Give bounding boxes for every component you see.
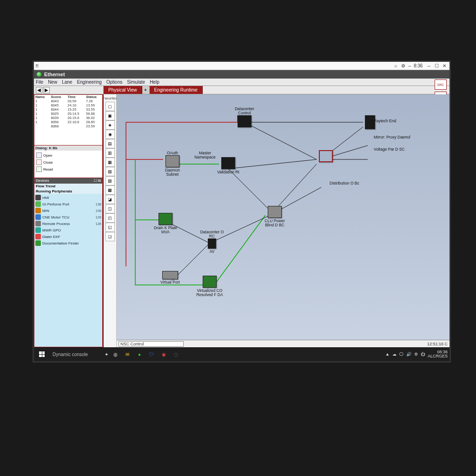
table-cell: 36.02 <box>85 116 102 120</box>
device-icon <box>221 157 235 169</box>
node-clu[interactable]: CLU Power Blind D BC <box>261 206 289 227</box>
palette-item[interactable]: ▧ <box>106 167 115 176</box>
palette-item[interactable]: ▥ <box>106 148 115 158</box>
device-label: HMI <box>42 196 100 200</box>
taskbar-app-icon[interactable]: ✉ <box>123 350 132 358</box>
node-paytech-end[interactable]: Paytech End <box>356 115 384 129</box>
taskbar-app-icon[interactable]: ● <box>135 350 144 358</box>
window-close-button[interactable]: ✕ <box>441 63 448 68</box>
prop-item[interactable]: Open <box>43 153 53 158</box>
start-button[interactable] <box>36 349 48 360</box>
table-header[interactable]: Scene <box>50 95 67 99</box>
table-row[interactable]: 1803920.15.636.02 <box>34 116 102 120</box>
tray-cloud-icon[interactable]: ☁ <box>392 352 397 357</box>
palette-item[interactable]: ▩ <box>106 185 115 195</box>
palette-item[interactable]: ▤ <box>106 139 115 148</box>
palette-item[interactable]: ◱ <box>106 223 115 232</box>
table-row[interactable]: 1802520.14.556.88 <box>34 112 102 116</box>
taskbar-date: ALCRGES <box>428 354 448 358</box>
taskbar-app-icon[interactable]: ◎ <box>111 350 119 358</box>
tray-settings-icon[interactable]: ⚙ <box>414 352 418 357</box>
canvas-wrap: Datacenter Control Paytech End Mirror: P… <box>117 94 450 347</box>
palette-item[interactable]: ▣ <box>106 111 115 120</box>
status-input[interactable]: NSC Control <box>119 341 184 347</box>
devices-panel-controls[interactable]: ☐ ⧉ <box>94 178 101 183</box>
menu-simulate[interactable]: Simulate <box>127 79 145 85</box>
device-list-item[interactable]: Remote Process126 <box>35 221 101 226</box>
tray-display-icon[interactable]: 🖵 <box>399 352 403 357</box>
node-virtual-port[interactable]: Virtual Port <box>156 271 184 284</box>
device-label: MIN <box>42 209 94 213</box>
menu-help[interactable]: Help <box>150 79 159 85</box>
float-src-button[interactable]: SRC <box>435 79 447 90</box>
palette-item[interactable]: ◫ <box>106 204 115 213</box>
nav-back-button[interactable]: ◀ <box>36 87 42 93</box>
topology-canvas[interactable]: Datacenter Control Paytech End Mirror: P… <box>117 94 450 340</box>
device-list-item[interactable]: MWR GPO <box>35 227 101 233</box>
table-row[interactable]: 1805622.16.628.85 <box>34 120 102 124</box>
table-row[interactable]: 1804415.2533.55 <box>34 107 102 112</box>
menu-file[interactable]: File <box>36 79 43 85</box>
taskbar-app-icon[interactable]: 🛡 <box>147 350 156 358</box>
node-label: AV <box>210 250 215 254</box>
node-validation-rt[interactable]: Validation Rt <box>214 157 242 174</box>
tray-volume-icon[interactable]: 🔊 <box>406 352 411 357</box>
palette-header: Favorites <box>103 96 117 100</box>
table-row[interactable]: 1804320.597.26 <box>34 99 102 103</box>
palette-item[interactable]: ◰ <box>106 213 115 223</box>
palette-item[interactable]: ▨ <box>106 176 115 185</box>
node-redbox[interactable] <box>312 150 340 162</box>
node-datacenter-orc[interactable]: Datacenter O RC AV <box>198 229 226 254</box>
settings-gear-icon[interactable]: ⚙ <box>401 63 405 68</box>
windows-taskbar: Dynamic console ✦ ◎✉●🛡◉◌ ▲ ☁ 🖵 🔊 ⚙ ⏻ 08:… <box>34 347 450 361</box>
taskbar-app-icon[interactable]: ◉ <box>159 350 168 358</box>
taskbar-app-icon[interactable]: ◌ <box>172 350 180 358</box>
palette-item[interactable]: ◈ <box>106 120 115 130</box>
tab-add-button[interactable]: + <box>142 86 150 94</box>
devices-section[interactable]: Running Peripherals <box>34 189 102 194</box>
palette-item[interactable]: ▢ <box>106 102 115 111</box>
nav-forward-button[interactable]: ▶ <box>43 87 50 93</box>
device-list-item[interactable]: CNE Motor TCU129 <box>35 214 101 220</box>
palette-item[interactable]: ◲ <box>106 232 115 241</box>
tab-engineering-runtime[interactable]: Engineering Runtime <box>150 86 203 94</box>
prop-item[interactable]: Reset <box>43 167 53 172</box>
tray-up-icon[interactable]: ▲ <box>385 352 390 357</box>
palette-item[interactable]: ▦ <box>106 158 115 167</box>
menu-options[interactable]: Options <box>106 79 122 85</box>
devices-section[interactable]: Flow Trend <box>34 184 102 189</box>
node-drain-k[interactable]: Drain K Plate MVA <box>152 213 179 234</box>
menu-engineering[interactable]: Engineering <box>77 79 101 85</box>
menu-lane[interactable]: Lane <box>62 79 72 85</box>
table-row[interactable]: 1804524.1013.59 <box>34 103 102 107</box>
node-virtualized-co[interactable]: Virtualized CO Resolved F DA <box>196 276 224 297</box>
window-minimize-button[interactable]: – <box>425 63 432 68</box>
device-list-item[interactable]: GI Perforce Port138 <box>35 201 101 207</box>
device-list-item[interactable]: Documentation Finder <box>35 240 101 246</box>
taskbar-search[interactable]: Dynamic console <box>51 352 102 357</box>
node-datacenter-control[interactable]: Datacenter Control <box>231 106 258 127</box>
tab-physical-view[interactable]: Physical View <box>104 86 142 94</box>
window-maximize-button[interactable]: ☐ <box>433 63 440 68</box>
device-label: Remote Process <box>42 222 94 226</box>
menu-new[interactable]: New <box>48 79 57 85</box>
table-cell: 28.85 <box>85 120 102 124</box>
node-oauth[interactable]: OAuth Daemon Subnet <box>159 150 186 177</box>
tray-power-icon[interactable]: ⏻ <box>421 352 425 357</box>
prop-item[interactable]: Close <box>43 160 53 165</box>
table-cell: 33.55 <box>85 107 102 112</box>
table-header[interactable]: Name <box>34 95 50 99</box>
device-list-item[interactable]: HMI <box>35 195 101 200</box>
palette-item[interactable]: ◉ <box>106 130 115 139</box>
menu-dash-icon[interactable]: – <box>408 63 411 68</box>
device-list-item[interactable]: Dialer EKF <box>35 234 101 239</box>
table-header[interactable]: Time <box>66 95 85 99</box>
device-label: CNE Motor TCU <box>42 215 94 219</box>
properties-panel: Dialog: K Bk Open Close Reset <box>34 145 103 178</box>
table-row[interactable]: 806823.59 <box>34 124 102 128</box>
taskbar-plus-icon[interactable]: ✦ <box>105 352 108 357</box>
palette-item[interactable]: ◪ <box>106 195 115 204</box>
table-header[interactable]: Status <box>85 95 102 99</box>
device-list-item[interactable]: MIN158 <box>35 208 101 213</box>
brightness-icon[interactable]: ☼ <box>394 63 398 68</box>
